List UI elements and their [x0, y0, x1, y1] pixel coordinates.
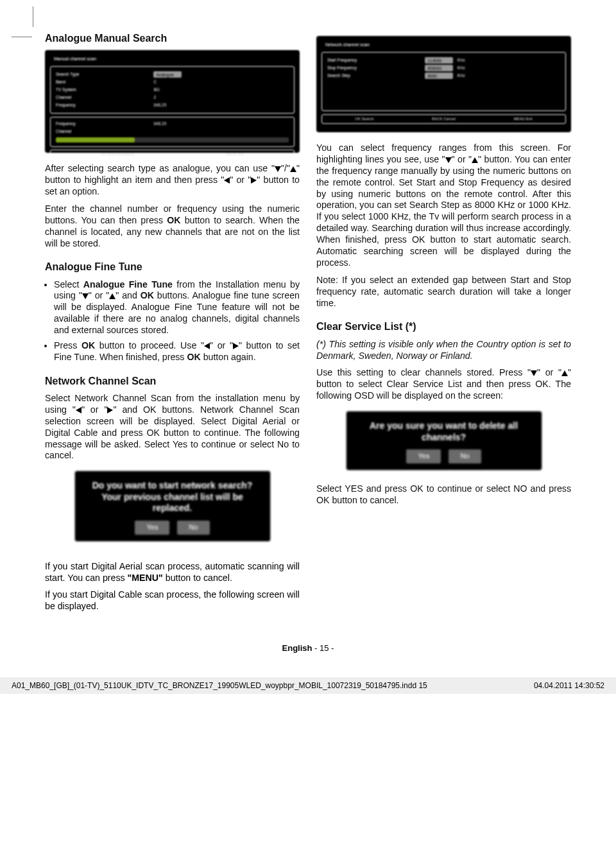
popup-line: Do you want to start network search? — [83, 480, 262, 492]
right-icon — [251, 177, 257, 184]
list-item: Select Analogue Fine Tune from the Insta… — [54, 279, 300, 336]
left-column: Analogue Manual Search Manual channel sc… — [45, 32, 300, 555]
body-text: Select YES and press OK to continue or s… — [316, 483, 571, 506]
heading-analogue-fine-tune: Analogue Fine Tune — [45, 261, 300, 273]
right-column: Network channel scan Start Frequency1140… — [316, 32, 571, 555]
up-icon — [561, 370, 568, 376]
osd-network-scan: Network channel scan Start Frequency1140… — [316, 36, 571, 132]
body-text: Note: If you select an extended gap betw… — [316, 275, 571, 309]
indd-date: 04.04.2011 14:30:52 — [534, 681, 604, 690]
up-icon — [109, 293, 116, 299]
osd-row-label: Search Type — [56, 71, 153, 78]
osd-hint: OK Start the search — [101, 152, 135, 157]
down-icon — [531, 370, 537, 376]
osd-hint: BACK Cancel — [432, 117, 456, 122]
no-button[interactable]: No — [177, 521, 209, 535]
osd-hint: OK Search — [355, 117, 373, 122]
heading-clear-service-list: Clear Service List (*) — [316, 320, 571, 333]
body-text: After selecting search type as analogue,… — [45, 163, 300, 198]
page-footer: English - 15 - — [45, 643, 571, 653]
indesign-slug: A01_MB60_[GB]_(01-TV)_5110UK_IDTV_TC_BRO… — [0, 677, 616, 694]
popup-line: channels? — [354, 432, 534, 444]
left-icon — [204, 343, 210, 349]
body-text: If you start Digital Aerial scan process… — [45, 561, 300, 584]
popup-line: replaced. — [83, 503, 262, 514]
crop-mark — [12, 6, 33, 37]
right-icon — [233, 343, 239, 349]
down-icon — [82, 293, 89, 299]
popup-line: Your previous channel list will be — [83, 492, 262, 503]
yes-button[interactable]: Yes — [135, 521, 169, 535]
yes-button[interactable]: Yes — [406, 449, 441, 463]
after-columns-left: If you start Digital Aerial scan process… — [45, 561, 300, 613]
left-icon — [76, 407, 81, 413]
osd-hint: BACK Exit — [226, 152, 244, 157]
down-icon — [445, 157, 452, 163]
indd-file: A01_MB60_[GB]_(01-TV)_5110UK_IDTV_TC_BRO… — [12, 681, 427, 690]
osd-title: Network channel scan — [321, 41, 566, 52]
body-text: Select Network Channel Scan from the ins… — [45, 393, 300, 462]
popup-confirm-delete-channels: Are you sure you want to delete all chan… — [346, 411, 542, 471]
osd-form: Search TypeAnalogue BandC TV SystemBG Ch… — [50, 66, 295, 114]
list-item: Press OK button to proceed. Use "" or ""… — [54, 340, 300, 363]
body-text: You can select frequency ranges from thi… — [316, 143, 571, 269]
up-icon — [290, 166, 296, 172]
down-icon — [275, 166, 281, 172]
bullet-list: Select Analogue Fine Tune from the Insta… — [45, 279, 300, 363]
heading-analogue-manual-search: Analogue Manual Search — [45, 32, 300, 45]
osd-hint: MENU Exit — [513, 117, 532, 122]
osd-manual-scan: Manual channel scan Search TypeAnalogue … — [45, 50, 300, 153]
no-button[interactable]: No — [449, 449, 481, 463]
heading-network-channel-scan: Network Channel Scan — [45, 375, 300, 388]
popup-line: Are you sure you want to delete all — [354, 420, 534, 432]
body-text: If you start Digital Cable scan process,… — [45, 589, 300, 612]
popup-confirm-network-search: Do you want to start network search? You… — [74, 471, 271, 541]
osd-title: Manual channel scan — [50, 55, 295, 66]
body-text: Use this setting to clear channels store… — [316, 367, 571, 402]
body-text: Enter the channel number or frequency us… — [45, 203, 300, 250]
left-icon — [224, 177, 230, 184]
up-icon — [472, 157, 478, 163]
body-text-italic: (*) This setting is visible only when th… — [316, 339, 571, 362]
osd-row-value: Analogue — [153, 71, 182, 78]
osd-signal: Frequency048.25 Channel — [50, 117, 295, 147]
